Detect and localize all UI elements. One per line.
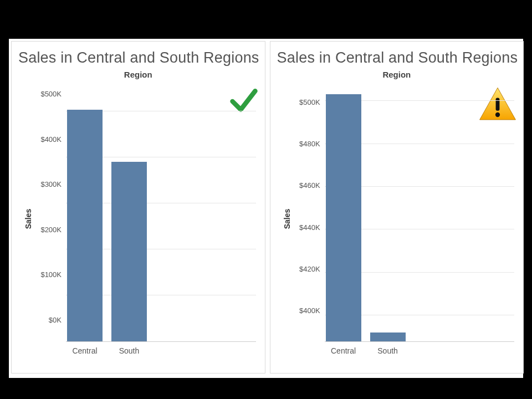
- x-label: South: [370, 346, 406, 355]
- stage: Sales in Central and South Regions Regio…: [9, 39, 523, 378]
- y-tick: $500K: [293, 98, 320, 106]
- chart-area: Sales $500K $480K $460K $440K $420K $400…: [276, 80, 518, 357]
- y-axis-title: Sales: [283, 209, 291, 229]
- y-tick: $480K: [293, 139, 320, 147]
- chart-title: Sales in Central and South Regions: [277, 49, 518, 66]
- x-label: South: [111, 346, 147, 355]
- y-tick: $0K: [34, 315, 62, 324]
- bar-central: [326, 94, 361, 341]
- warning-chart-panel: Sales in Central and South Regions Regio…: [270, 41, 524, 374]
- x-axis-labels: Central South: [66, 344, 256, 355]
- chart-area: Sales $500K $400K $300K $200K $100K $0K …: [17, 80, 259, 357]
- y-tick: $420K: [293, 264, 320, 273]
- y-axis-ticks: $500K $480K $460K $440K $420K $400K: [293, 80, 320, 342]
- y-tick: $500K: [34, 90, 62, 98]
- y-tick: $440K: [293, 223, 320, 231]
- y-tick: $100K: [34, 270, 62, 279]
- bar-south: [111, 162, 147, 341]
- y-tick: $300K: [34, 180, 62, 188]
- y-axis-ticks: $500K $400K $300K $200K $100K $0K: [34, 80, 62, 342]
- y-tick: $460K: [293, 181, 320, 190]
- y-tick: $400K: [293, 306, 320, 315]
- plot-area: [66, 88, 256, 342]
- bar-central: [67, 110, 103, 341]
- chart-title: Sales in Central and South Regions: [18, 49, 259, 66]
- y-tick: $200K: [34, 225, 62, 233]
- y-axis-title: Sales: [24, 209, 33, 229]
- x-axis-labels: Central South: [325, 344, 515, 355]
- bar-south: [370, 332, 406, 341]
- chart-subtitle: Region: [17, 70, 259, 79]
- chart-subtitle: Region: [276, 70, 518, 79]
- plot-area: [325, 88, 515, 342]
- good-chart-panel: Sales in Central and South Regions Regio…: [11, 41, 265, 374]
- x-label: Central: [326, 346, 361, 355]
- y-tick: $400K: [34, 135, 62, 143]
- x-label: Central: [67, 346, 103, 355]
